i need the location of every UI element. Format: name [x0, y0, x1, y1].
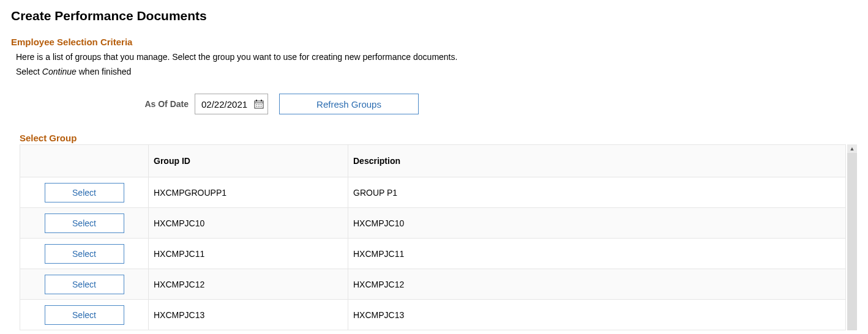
table-row: SelectHXCMPJC13HXCMPJC13: [20, 300, 846, 330]
group-id-cell: HXCMPJC10: [149, 208, 348, 239]
select-cell: Select: [20, 269, 149, 300]
group-id-cell: HXCMPGROUPP1: [149, 177, 348, 208]
select-button[interactable]: Select: [45, 275, 124, 294]
table-row: SelectHXCMPGROUPP1GROUP P1: [20, 177, 846, 208]
svg-rect-3: [261, 100, 262, 102]
group-id-cell: HXCMPJC12: [149, 269, 348, 300]
table-row: SelectHXCMPJC12HXCMPJC12: [20, 269, 846, 300]
grid-header-select: [20, 145, 149, 177]
svg-rect-2: [256, 100, 257, 102]
group-id-cell: HXCMPJC11: [149, 239, 348, 269]
description-cell: HXCMPJC12: [348, 269, 846, 300]
calendar-icon[interactable]: [254, 99, 264, 109]
description-cell: HXCMPJC13: [348, 300, 846, 330]
employee-selection-criteria-title: Employee Selection Criteria: [11, 37, 857, 47]
svg-point-5: [258, 104, 260, 105]
group-id-cell: HXCMPJC13: [149, 300, 348, 330]
instruction-text-1: Here is a list of groups that you manage…: [16, 52, 857, 62]
scroll-up-icon[interactable]: ▲: [847, 144, 857, 153]
group-grid: Group ID Description SelectHXCMPGROUPP1G…: [20, 144, 846, 330]
table-row: SelectHXCMPJC11HXCMPJC11: [20, 239, 846, 269]
instruction-text-2: Select Continue when finished: [16, 67, 857, 76]
grid-header-row: Group ID Description: [20, 145, 846, 177]
as-of-date-label: As Of Date: [11, 99, 195, 109]
select-cell: Select: [20, 300, 149, 330]
select-cell: Select: [20, 208, 149, 239]
svg-point-9: [261, 106, 262, 107]
instruction-2-pre: Select: [16, 67, 42, 76]
svg-point-8: [258, 106, 260, 107]
grid-scrollbar[interactable]: ▲: [847, 144, 857, 330]
select-cell: Select: [20, 177, 149, 208]
group-grid-wrap: Group ID Description SelectHXCMPGROUPP1G…: [20, 144, 857, 330]
svg-point-7: [256, 106, 258, 107]
select-button[interactable]: Select: [45, 213, 124, 233]
svg-point-6: [261, 104, 262, 105]
as-of-date-row: As Of Date Refresh Groups: [11, 94, 857, 114]
refresh-groups-button[interactable]: Refresh Groups: [279, 94, 419, 114]
table-row: SelectHXCMPJC10HXCMPJC10: [20, 208, 846, 239]
instruction-2-continue: Continue: [42, 67, 77, 76]
description-cell: GROUP P1: [348, 177, 846, 208]
select-group-title: Select Group: [20, 133, 857, 143]
as-of-date-field-wrap: [195, 94, 268, 114]
page-title: Create Performance Documents: [11, 9, 857, 23]
select-cell: Select: [20, 239, 149, 269]
select-button[interactable]: Select: [45, 183, 124, 202]
select-button[interactable]: Select: [45, 305, 124, 325]
grid-header-group-id: Group ID: [149, 145, 348, 177]
description-cell: HXCMPJC10: [348, 208, 846, 239]
instruction-2-post: when finished: [77, 67, 132, 76]
description-cell: HXCMPJC11: [348, 239, 846, 269]
grid-header-description: Description: [348, 145, 846, 177]
select-button[interactable]: Select: [45, 244, 124, 264]
as-of-date-input[interactable]: [200, 98, 254, 110]
svg-point-4: [256, 104, 258, 105]
